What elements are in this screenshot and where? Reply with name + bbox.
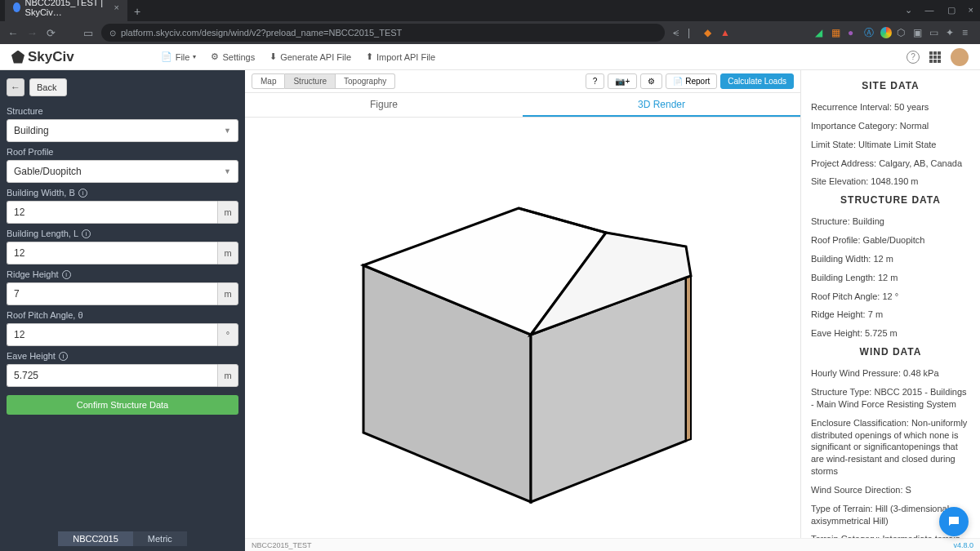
figure-tab[interactable]: Figure	[245, 93, 523, 117]
site-info-icon[interactable]: ▭	[82, 27, 96, 39]
calculate-loads-button[interactable]: Calculate Loads	[720, 73, 794, 89]
structure-label: Structure	[7, 106, 238, 116]
width-input[interactable]	[7, 201, 217, 224]
import-api-button[interactable]: ⬆Import API File	[366, 51, 435, 62]
data-row: Ridge Height: 7 m	[811, 305, 970, 324]
ext-icon[interactable]: ▭	[929, 27, 941, 38]
window-controls: ⌄ — ▢ ×	[902, 3, 977, 17]
maximize-icon[interactable]: ▢	[944, 3, 959, 17]
generate-api-button[interactable]: ⬇Generate API File	[270, 51, 351, 62]
camera-toolbar-button[interactable]: 📷+	[608, 73, 637, 89]
app-header: SkyCiv 📄File▾ ⚙Settings ⬇Generate API Fi…	[0, 44, 980, 70]
ext-icon[interactable]: ⬡	[897, 27, 908, 38]
help-toolbar-button[interactable]: ?	[586, 73, 605, 89]
footer-bar: NBCC2015_TEST v4.8.0	[245, 538, 980, 551]
info-icon[interactable]: i	[62, 270, 71, 279]
roof-profile-select-value: Gable/Duopitch	[14, 166, 82, 177]
unit-label: °	[217, 323, 238, 346]
data-row: Hourly Wind Pressure: 0.48 kPa	[811, 364, 970, 383]
ext-icon[interactable]: ▣	[913, 27, 924, 38]
close-window-icon[interactable]: ×	[965, 3, 977, 17]
address-bar: ← → ⟳ ▭ ⊙ platform.skyciv.com/design/win…	[0, 21, 980, 44]
url-field[interactable]: ⊙ platform.skyciv.com/design/wind/v2?pre…	[101, 24, 665, 42]
gear-toolbar-button[interactable]: ⚙	[640, 73, 662, 89]
footer-version: v4.8.0	[953, 541, 973, 549]
data-row: Importance Category: Normal	[811, 117, 970, 136]
avatar[interactable]	[951, 48, 969, 66]
back-button[interactable]: Back	[29, 78, 67, 96]
extension-icons: ⪪ | ◆ ▲ ◢ ▦ ● Ⓐ ⬡ ▣ ▭ ✦ ≡	[671, 27, 973, 38]
length-input[interactable]	[7, 242, 217, 264]
building-render	[294, 163, 751, 506]
report-button[interactable]: 📄Report	[666, 73, 717, 89]
ext-icon[interactable]	[880, 27, 892, 38]
structure-select[interactable]: Building ▼	[7, 119, 238, 142]
svg-marker-2	[686, 276, 691, 441]
structure-data-title: STRUCTURE DATA	[811, 194, 970, 206]
ext-icon[interactable]: ◆	[704, 27, 715, 38]
tab-topography[interactable]: Topography	[336, 73, 395, 89]
tab-close-icon[interactable]: ×	[114, 2, 119, 12]
back-nav-icon[interactable]: ←	[7, 27, 20, 39]
pitch-input[interactable]	[7, 323, 217, 346]
unit-label: m	[217, 201, 238, 224]
logo-text: SkyCiv	[28, 49, 74, 65]
ext-icon[interactable]: ◢	[815, 27, 826, 38]
share-icon[interactable]: ⪪	[671, 27, 683, 38]
data-row: Project Address: Calgary, AB, Canada	[811, 154, 970, 173]
ext-icon[interactable]: Ⓐ	[864, 27, 875, 38]
3d-render-tab[interactable]: 3D Render	[523, 93, 800, 117]
ridge-label: Ridge Heighti	[7, 269, 238, 279]
browser-tab[interactable]: NBCC2015_TEST | SkyCiv… ×	[5, 0, 127, 21]
info-icon[interactable]: i	[82, 229, 91, 238]
ext-icon[interactable]: ✦	[946, 27, 957, 38]
tab-map[interactable]: Map	[252, 73, 285, 89]
chat-bubble-button[interactable]	[939, 507, 969, 536]
data-row: Enclosure Classification: Non-uniformly …	[811, 414, 970, 481]
confirm-structure-button[interactable]: Confirm Structure Data	[7, 395, 238, 415]
info-icon[interactable]: i	[78, 189, 87, 198]
data-row: Wind Source Direction: S	[811, 481, 970, 500]
footer-filename: NBCC2015_TEST	[252, 541, 312, 549]
unit-label: m	[217, 364, 238, 387]
menu-icon[interactable]: ≡	[962, 27, 973, 38]
data-row: Limit State: Ultimate Limit State	[811, 136, 970, 154]
logo[interactable]: SkyCiv	[11, 49, 74, 65]
3d-canvas[interactable]	[245, 118, 800, 551]
tab-title: NBCC2015_TEST | SkyCiv…	[25, 0, 109, 17]
tab-bar: NBCC2015_TEST | SkyCiv… × + ⌄ — ▢ ×	[0, 0, 980, 21]
help-icon[interactable]: ?	[906, 51, 920, 64]
eave-input[interactable]	[7, 364, 217, 387]
code-pill[interactable]: NBCC2015	[58, 531, 133, 546]
sidebar: ← Back Structure Building ▼ Roof Profile…	[0, 70, 245, 551]
sidebar-footer: NBCC2015 Metric	[0, 531, 245, 546]
apps-icon[interactable]	[929, 51, 941, 63]
ext-icon[interactable]: ●	[848, 27, 859, 38]
new-tab-button[interactable]: +	[127, 2, 147, 21]
url-text: platform.skyciv.com/design/wind/v2?prelo…	[121, 28, 402, 38]
wind-data-title: WIND DATA	[811, 346, 970, 358]
file-menu[interactable]: 📄File▾	[161, 51, 197, 62]
ridge-input[interactable]	[7, 282, 217, 305]
length-label: Building Length, Li	[7, 229, 238, 238]
units-pill[interactable]: Metric	[133, 531, 187, 546]
ext-icon[interactable]: ▲	[720, 27, 732, 38]
reload-icon[interactable]: ⟳	[45, 27, 58, 39]
data-row: Eave Height: 5.725 m	[811, 324, 970, 343]
roof-profile-label: Roof Profile	[7, 147, 238, 157]
settings-button[interactable]: ⚙Settings	[211, 51, 255, 62]
width-label: Building Width, Bi	[7, 188, 238, 198]
info-icon[interactable]: i	[59, 352, 68, 361]
chevron-down-icon[interactable]: ⌄	[902, 3, 915, 17]
forward-nav-icon[interactable]: →	[26, 27, 39, 39]
chat-icon	[947, 514, 961, 529]
data-row: Building Length: 12 m	[811, 269, 970, 287]
tab-structure[interactable]: Structure	[285, 73, 336, 89]
minimize-icon[interactable]: —	[922, 3, 938, 17]
caret-icon: ▼	[224, 127, 231, 135]
browser-chrome: NBCC2015_TEST | SkyCiv… × + ⌄ — ▢ × ← → …	[0, 0, 980, 44]
back-arrow-button[interactable]: ←	[7, 78, 24, 96]
ext-icon[interactable]: ▦	[831, 27, 843, 38]
roof-profile-select[interactable]: Gable/Duopitch ▼	[7, 160, 238, 183]
data-row: Roof Pitch Angle: 12 °	[811, 287, 970, 306]
